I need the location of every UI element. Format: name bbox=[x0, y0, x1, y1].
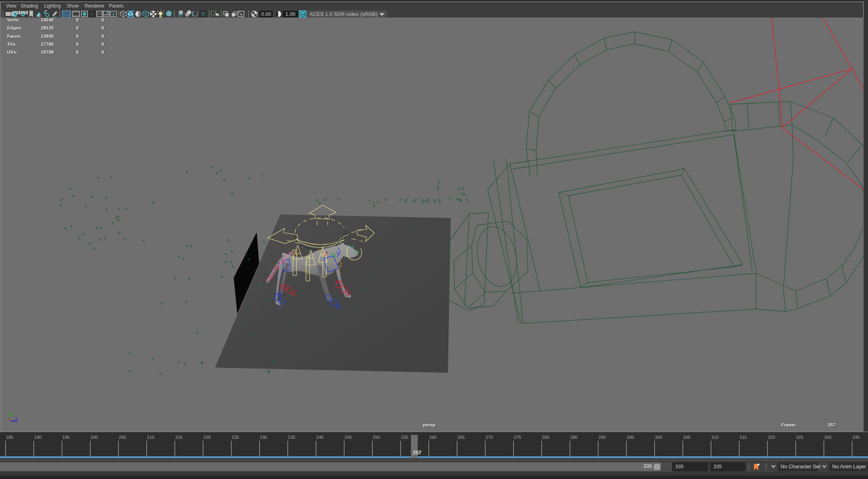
svg-text:225: 225 bbox=[232, 435, 239, 440]
svg-text:315: 315 bbox=[740, 435, 747, 440]
svg-text:295: 295 bbox=[627, 435, 634, 440]
svg-text:320: 320 bbox=[768, 435, 775, 440]
svg-text:275: 275 bbox=[514, 435, 521, 440]
svg-text:185: 185 bbox=[6, 435, 13, 440]
svg-text:190: 190 bbox=[34, 435, 41, 440]
svg-text:220: 220 bbox=[203, 435, 211, 440]
svg-text:280: 280 bbox=[542, 435, 549, 440]
svg-text:310: 310 bbox=[711, 435, 719, 440]
svg-text:325: 325 bbox=[796, 435, 803, 440]
svg-text:z: z bbox=[15, 416, 17, 421]
svg-text:230: 230 bbox=[260, 435, 267, 440]
svg-text:250: 250 bbox=[373, 435, 380, 440]
svg-text:T: T bbox=[112, 12, 115, 17]
svg-text:210: 210 bbox=[147, 435, 154, 440]
svg-text:195: 195 bbox=[62, 435, 70, 440]
svg-text:305: 305 bbox=[683, 435, 690, 440]
svg-text:235: 235 bbox=[288, 435, 295, 440]
svg-text:335: 335 bbox=[852, 435, 860, 440]
svg-text:300: 300 bbox=[655, 435, 662, 440]
svg-text:200: 200 bbox=[91, 435, 98, 440]
svg-text:1.00: 1.00 bbox=[285, 11, 295, 17]
svg-text:0.00: 0.00 bbox=[261, 11, 271, 17]
svg-text:255: 255 bbox=[401, 435, 408, 440]
svg-text:205: 205 bbox=[119, 435, 126, 440]
svg-text:265: 265 bbox=[457, 435, 465, 440]
svg-text:260: 260 bbox=[429, 435, 436, 440]
svg-text:285: 285 bbox=[570, 435, 577, 440]
svg-text:240: 240 bbox=[316, 435, 324, 440]
svg-text:290: 290 bbox=[599, 435, 606, 440]
svg-text:215: 215 bbox=[175, 435, 182, 440]
svg-text:330: 330 bbox=[824, 435, 831, 440]
svg-text:ON: ON bbox=[301, 13, 306, 16]
svg-text:245: 245 bbox=[345, 435, 352, 440]
svg-text:270: 270 bbox=[486, 435, 493, 440]
